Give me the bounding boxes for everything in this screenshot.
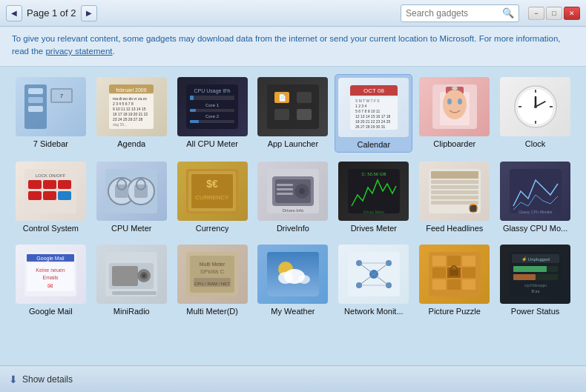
gadget-clipboarder[interactable]: Clipboarder (415, 74, 493, 153)
gadget-controlsystem[interactable]: LOCK ON/OFF Control System (12, 159, 90, 236)
svg-text:SPkillä C: SPkillä C (200, 268, 225, 275)
svg-text:Drives Info: Drives Info (283, 208, 304, 213)
gadget-picturepuzzle[interactable]: Picture Puzzle (415, 242, 493, 319)
svg-rect-157 (513, 266, 547, 272)
svg-text:9 10 11 12 13 14 15: 9 10 11 12 13 14 15 (113, 107, 146, 111)
gadget-label-picturepuzzle: Picture Puzzle (429, 307, 481, 316)
svg-text:CPU Usage  8%: CPU Usage 8% (194, 88, 231, 94)
svg-text:Core 1: Core 1 (205, 103, 220, 107)
svg-text:OCT 08: OCT 08 (363, 87, 384, 94)
gadget-applauncher[interactable]: 📄 App Launcher (254, 74, 332, 153)
chevron-down-icon: ⬇ (9, 373, 18, 385)
gadget-multimeter[interactable]: Multi Meter SPkillä C CPU / RAM / NET Mu… (174, 242, 251, 319)
gadget-label-multimeter: Multi Meter(D) (186, 307, 238, 316)
svg-text:Multi Meter: Multi Meter (200, 262, 225, 267)
gadget-icon-clipboarder (419, 77, 490, 136)
gadget-label-clipboarder: Clipboarder (433, 139, 475, 148)
svg-point-128 (298, 275, 310, 284)
show-details-button[interactable]: ⬇ Show details (9, 373, 73, 385)
title-bar: ◀ Page 1 of 2 ▶ 🔍 − □ ✕ (0, 0, 586, 27)
gadget-7sidebar[interactable]: 7 7 Sidebar (12, 74, 90, 153)
svg-text:2  3  4  5  6  7  8: 2 3 4 5 6 7 8 (113, 102, 134, 106)
gadget-driveinfo[interactable]: Drives Info DriveInfo (254, 159, 332, 236)
gadget-label-applauncher: App Launcher (268, 139, 319, 148)
svg-rect-116 (112, 291, 157, 295)
gadget-calendar[interactable]: OCT 08 S M T W T F S 1 2 3 4 5 6 7 8 9 1… (335, 74, 412, 153)
svg-rect-142 (432, 256, 446, 266)
info-bar: To give you relevant content, some gadge… (0, 27, 586, 67)
gadget-glassycpu[interactable]: Glassy CPU Monitor Glassy CPU Mo... (496, 159, 574, 236)
svg-point-49 (458, 99, 462, 104)
gadget-label-myweather: My Weather (271, 307, 315, 316)
svg-rect-143 (447, 256, 461, 266)
svg-text:CPU / RAM / NET: CPU / RAM / NET (194, 282, 230, 286)
svg-text:$€: $€ (206, 178, 218, 190)
gadget-label-cpumeter: CPU Meter (111, 224, 151, 233)
svg-rect-29 (297, 92, 312, 103)
gadget-icon-cpumeter (96, 162, 167, 221)
svg-text:⬛: ⬛ (470, 205, 477, 212)
svg-rect-148 (432, 279, 446, 290)
svg-rect-87 (277, 193, 293, 195)
svg-rect-150 (462, 279, 475, 290)
svg-point-59 (534, 105, 537, 108)
page-label: Page 1 of 2 (27, 7, 76, 19)
search-box: 🔍 (401, 4, 519, 22)
gadget-label-powerstatus: Power Status (511, 307, 559, 316)
minimize-button[interactable]: − (528, 7, 544, 20)
svg-rect-20 (190, 96, 194, 100)
svg-rect-63 (58, 180, 71, 189)
svg-point-48 (447, 99, 452, 104)
gadget-drivesmeter[interactable]: C: 50.56 GB Drives Meter Drives Meter (335, 159, 412, 236)
maximize-button[interactable]: □ (546, 7, 562, 20)
gadget-feedheadlines[interactable]: ⬛ Feed Headlines (415, 159, 493, 236)
gadget-icon-googlemail: Google Mail Keine neuen Emails ✉ (16, 245, 86, 304)
svg-text:dag 50...: dag 50... (113, 122, 127, 127)
gadget-powerstatus[interactable]: ⚡ Unplugged crp:Hdmargiu 8:xx Power Stat… (496, 242, 574, 319)
svg-text:Glassy CPU Monitor: Glassy CPU Monitor (518, 210, 553, 214)
svg-rect-86 (277, 188, 293, 190)
gadget-clock[interactable]: Clock (496, 74, 574, 153)
gadget-grid: 7 7 Sidebar februari 2009 ma di wo do vr… (0, 67, 586, 326)
gadget-cpumeter[interactable]: CPU Meter (93, 159, 171, 236)
svg-rect-93 (431, 171, 478, 179)
prev-page-button[interactable]: ◀ (6, 5, 22, 21)
gadget-icon-powerstatus: ⚡ Unplugged crp:Hdmargiu 8:xx (500, 245, 570, 304)
gadget-currency[interactable]: $€ CURRENCY Currency (174, 159, 251, 236)
svg-text:5  6  7  8  9 10 11: 5 6 7 8 9 10 11 (355, 109, 381, 113)
svg-text:Drives Meter: Drives Meter (363, 210, 385, 214)
close-button[interactable]: ✕ (564, 7, 580, 20)
search-input[interactable] (406, 8, 502, 19)
gadget-icon-driveinfo: Drives Info (257, 162, 328, 221)
next-page-button[interactable]: ▶ (81, 5, 97, 21)
privacy-link[interactable]: privacy statement (45, 47, 112, 56)
gadget-myweather[interactable]: My Weather (254, 242, 332, 319)
svg-text:26 27 28 29 30 31: 26 27 28 29 30 31 (355, 124, 386, 129)
gadget-networkmonit[interactable]: Network Monit... (335, 242, 412, 319)
gadget-icon-allcpumeter: CPU Usage 8% Core 1 Core 2 (177, 77, 248, 136)
title-bar-right: 🔍 − □ ✕ (401, 4, 580, 22)
search-icon[interactable]: 🔍 (502, 7, 514, 19)
gadget-allcpumeter[interactable]: CPU Usage 8% Core 1 Core 2 All CPU Meter (174, 74, 251, 153)
gadget-agenda[interactable]: februari 2009 ma di wo do vr za zo 2 3 4… (93, 74, 171, 153)
svg-rect-112 (112, 266, 138, 286)
gadget-icon-miniradio (96, 245, 167, 304)
gadget-label-currency: Currency (196, 224, 229, 233)
svg-text:Keine neuen: Keine neuen (36, 268, 65, 273)
svg-text:ma di wo do vr za zo: ma di wo do vr za zo (113, 96, 147, 101)
svg-rect-30 (274, 109, 289, 120)
svg-rect-85 (277, 184, 293, 186)
gadget-icon-controlsystem: LOCK ON/OFF (16, 162, 86, 221)
gadget-label-feedheadlines: Feed Headlines (426, 224, 483, 233)
gadget-miniradio[interactable]: MiniRadio (93, 242, 171, 319)
gadget-icon-calendar: OCT 08 S M T W T F S 1 2 3 4 5 6 7 8 9 1… (338, 78, 409, 137)
gadget-label-calendar: Calendar (358, 140, 391, 149)
svg-rect-61 (28, 180, 42, 189)
gadget-googlemail[interactable]: Google Mail Keine neuen Emails ✉ Google … (12, 242, 90, 319)
svg-text:crp:Hdmargiu: crp:Hdmargiu (524, 283, 547, 288)
gadget-label-controlsystem: Control System (23, 224, 79, 233)
svg-text:Google Mail: Google Mail (37, 256, 65, 262)
svg-text:19 20 21 22 23 24 25: 19 20 21 22 23 24 25 (355, 119, 390, 124)
gadget-icon-agenda: februari 2009 ma di wo do vr za zo 2 3 4… (96, 77, 167, 136)
gadget-label-miniradio: MiniRadio (113, 307, 150, 316)
